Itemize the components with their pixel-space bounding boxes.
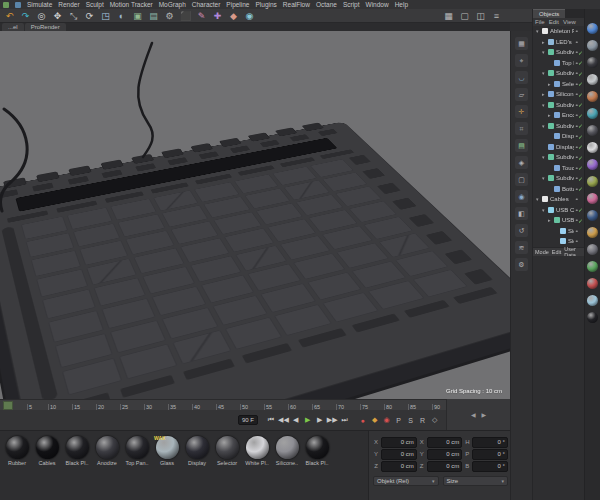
- move-tool-icon[interactable]: ✥: [51, 10, 64, 22]
- keyframe-button[interactable]: ◆: [370, 416, 380, 424]
- tree-item[interactable]: ▾ Subdivision Surface ✓: [533, 68, 584, 79]
- material-item[interactable]: Top Pan..: [122, 434, 152, 466]
- redo-icon[interactable]: ↷: [19, 10, 32, 22]
- play-button[interactable]: ▶: [303, 416, 313, 424]
- enabled-check-icon[interactable]: ✓: [577, 164, 584, 171]
- undo-icon[interactable]: ↶: [3, 10, 16, 22]
- material-sphere[interactable]: [126, 436, 149, 459]
- tree-item[interactable]: ▸ USB Cable ✓: [533, 215, 584, 226]
- enabled-check-icon[interactable]: ✓: [577, 122, 584, 129]
- rotate-tool-icon[interactable]: ⟳: [83, 10, 96, 22]
- preset-sphere-graphite[interactable]: [587, 125, 598, 136]
- menu-item[interactable]: Sculpt: [86, 1, 104, 8]
- preset-sphere-gray[interactable]: [587, 244, 598, 255]
- visibility-dots-icon[interactable]: [575, 196, 577, 202]
- menu-item[interactable]: RealFlow: [283, 1, 310, 8]
- preset-sphere-teal[interactable]: [587, 108, 598, 119]
- app-icon[interactable]: [3, 2, 9, 8]
- material-sphere[interactable]: [36, 436, 59, 459]
- tree-item[interactable]: Top Panel ✓: [533, 58, 584, 69]
- menu-item[interactable]: Render: [58, 1, 79, 8]
- enabled-check-icon[interactable]: ✓: [577, 206, 584, 213]
- primitive-cube-icon[interactable]: ⬛: [179, 10, 192, 22]
- menu-item[interactable]: Character: [192, 1, 221, 8]
- preset-sphere-dark[interactable]: [587, 57, 598, 68]
- menu-item[interactable]: MoGraph: [159, 1, 186, 8]
- scale-tool-icon[interactable]: ⤡: [67, 10, 80, 22]
- material-item[interactable]: Black Pl..: [302, 434, 332, 466]
- enabled-check-icon[interactable]: ✓: [577, 217, 584, 224]
- menu-item[interactable]: Help: [395, 1, 408, 8]
- menu-item[interactable]: Window: [366, 1, 389, 8]
- coordinate-mode-dropdown[interactable]: Objekt (Rel) ▾: [373, 476, 439, 486]
- enabled-check-icon[interactable]: ✓: [577, 80, 584, 87]
- filter-icon[interactable]: ≋: [515, 241, 528, 254]
- preset-sphere-green[interactable]: [587, 261, 598, 272]
- panel-menu-item[interactable]: View: [563, 19, 576, 25]
- enabled-check-icon[interactable]: ✓: [577, 101, 584, 108]
- render-settings-icon[interactable]: ⚙: [163, 10, 176, 22]
- size-mode-dropdown[interactable]: Size ▾: [443, 476, 509, 486]
- size-field[interactable]: 0 cm: [427, 461, 463, 472]
- enabled-check-icon[interactable]: ✓: [577, 143, 584, 150]
- next-frame-button[interactable]: ▶: [315, 416, 325, 424]
- enabled-check-icon[interactable]: ✓: [577, 175, 584, 182]
- viewport-layout-icon[interactable]: ▦: [442, 10, 455, 22]
- layer-icon[interactable]: ▤: [515, 139, 528, 152]
- viewport-3d[interactable]: Grid Spacing : 10 cm: [0, 31, 510, 399]
- menu-item[interactable]: Pipeline: [226, 1, 249, 8]
- display-mode-icon[interactable]: ◫: [474, 10, 487, 22]
- rotation-field[interactable]: 0 °: [472, 437, 508, 448]
- tree-item[interactable]: ▾ Subdivision Surface ✓: [533, 100, 584, 111]
- enabled-check-icon[interactable]: ✓: [577, 91, 584, 98]
- tree-item[interactable]: ▸ Encoders ✓: [533, 110, 584, 121]
- tree-item[interactable]: ▾ Cables: [533, 194, 584, 205]
- rotation-field[interactable]: 0 °: [472, 449, 508, 460]
- parameter-key-button[interactable]: ◇: [430, 416, 440, 424]
- history-icon[interactable]: ↺: [515, 224, 528, 237]
- enabled-check-icon[interactable]: ✓: [577, 133, 584, 140]
- camera-lock-icon[interactable]: ▢: [515, 173, 528, 186]
- material-sphere[interactable]: [246, 436, 269, 459]
- preset-sphere-violet[interactable]: [587, 159, 598, 170]
- snap-icon[interactable]: ⌖: [515, 54, 528, 67]
- options-icon[interactable]: ≡: [490, 10, 503, 22]
- enabled-check-icon[interactable]: ✓: [577, 59, 584, 66]
- preset-sphere-navy[interactable]: [587, 210, 598, 221]
- magnet-icon[interactable]: ◡: [515, 71, 528, 84]
- tree-item[interactable]: ▾ Ableton Push: [533, 26, 584, 37]
- live-selection-icon[interactable]: ◎: [35, 10, 48, 22]
- visibility-dots-icon[interactable]: [575, 39, 577, 45]
- grid-icon[interactable]: ⌗: [515, 122, 528, 135]
- material-item[interactable]: Cables: [32, 434, 62, 466]
- tree-item[interactable]: ▾ Subdivision Surface ✓: [533, 173, 584, 184]
- render-to-picture-icon[interactable]: ▤: [147, 10, 160, 22]
- preset-sphere-olive[interactable]: [587, 176, 598, 187]
- preset-sphere-silver[interactable]: [587, 74, 598, 85]
- tab-objects[interactable]: Objects: [533, 9, 565, 18]
- simulation-icon[interactable]: ◉: [243, 10, 256, 22]
- material-item[interactable]: Selector: [212, 434, 242, 466]
- menu-item[interactable]: Octane: [316, 1, 337, 8]
- preset-sphere-ice[interactable]: [587, 295, 598, 306]
- preset-sphere-blue[interactable]: [587, 23, 598, 34]
- tree-item[interactable]: ▾ Subdivision Surface ✓: [533, 121, 584, 132]
- visibility-dots-icon[interactable]: [575, 238, 577, 244]
- viewport-config-icon[interactable]: ▦: [515, 37, 528, 50]
- enabled-check-icon[interactable]: ✓: [577, 49, 584, 56]
- lock-icon[interactable]: ◈: [515, 156, 528, 169]
- autokey-button[interactable]: ◉: [382, 416, 392, 424]
- record-button[interactable]: ●: [358, 417, 368, 424]
- visibility-dots-icon[interactable]: [575, 28, 577, 34]
- menu-item[interactable]: Simulate: [27, 1, 52, 8]
- tree-item[interactable]: ▸ LED's: [533, 37, 584, 48]
- last-tool-icon[interactable]: ◳: [99, 10, 112, 22]
- material-item[interactable]: Anodize: [92, 434, 122, 466]
- preset-sphere-steel[interactable]: [587, 40, 598, 51]
- material-sphere[interactable]: [276, 436, 299, 459]
- deformer-icon[interactable]: ◆: [227, 10, 240, 22]
- material-sphere[interactable]: WAX: [156, 436, 179, 459]
- tree-item[interactable]: ▾ Subdivision Surface ✓: [533, 47, 584, 58]
- tool-icon[interactable]: ◧: [515, 207, 528, 220]
- enabled-check-icon[interactable]: ✓: [577, 70, 584, 77]
